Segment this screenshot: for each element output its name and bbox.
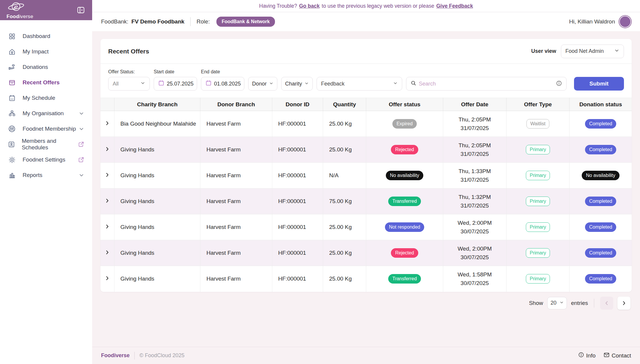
sidebar-item-foodnet-membership[interactable]: Foodnet Membership [0,121,92,137]
row-expand-chevron[interactable] [104,224,110,230]
sidebar-item-my-impact[interactable]: My Impact [0,44,92,59]
offer-status-badge: Rejected [391,248,418,258]
cell-quantity: N/A [323,163,366,189]
cell-offer-status: No availability [366,163,443,189]
sidebar-item-label: Donations [23,64,48,70]
cell-charity-branch: Bia Good Neighbour Malahide [114,111,200,137]
cell-donation-status: Completed [570,137,632,163]
cell-donor-id: HF:000001 [272,266,323,292]
cell-donor-branch: Harvest Farm [200,266,272,292]
cell-donor-id: HF:000001 [272,111,323,137]
charity-select-label: Charity [285,81,302,87]
charity-select[interactable]: Charity [281,77,313,91]
sidebar-item-label: Foodnet Settings [23,156,65,163]
page-size-select[interactable]: 20 [547,297,567,309]
row-expand-chevron[interactable] [104,172,110,178]
divider [190,17,191,26]
donation-status-badge: Completed [585,197,616,206]
contact-link[interactable]: Contact [603,352,631,360]
sidebar-item-members-and-schedules[interactable]: Members and Schedules [0,137,92,152]
foodbank-label: FoodBank: [101,18,128,25]
end-date-label: End date [201,69,244,75]
sidebar-item-my-schedule[interactable]: My Schedule [0,90,92,106]
table-row[interactable]: Giving Hands Harvest Farm HF:000001 25.0… [100,240,632,266]
sidebar-item-foodnet-settings[interactable]: Foodnet Settings [0,152,92,167]
cell-offer-date: Thu, 2:05PM31/07/2025 [443,111,507,137]
sidebar-item-label: My Impact [23,48,49,55]
table-row[interactable]: Giving Hands Harvest Farm HF:000001 25.0… [100,137,632,163]
members-card-icon [8,140,15,148]
logo-text: Foodiverse [7,14,33,20]
chevron-down-icon [140,80,145,87]
info-icon[interactable] [556,80,562,88]
donor-select[interactable]: Donor [248,77,277,91]
table-row[interactable]: Giving Hands Harvest Farm HF:000001 25.0… [100,266,632,292]
dashboard-icon [8,32,16,40]
sidebar-item-donations[interactable]: Donations [0,59,92,75]
cell-offer-date: Wed, 2:00PM30/07/2025 [443,240,507,266]
start-date-label: Start date [154,69,197,75]
user-avatar[interactable] [619,16,631,28]
cell-offer-date: Wed, 1:58PM30/07/2025 [443,266,507,292]
search-input[interactable] [419,81,553,87]
go-back-link[interactable]: Go back [299,3,320,9]
cell-offer-date: Thu, 1:32PM31/07/2025 [443,189,507,214]
cell-offer-status: Rejected [366,137,443,163]
column-header-charity-branch: Charity Branch [114,98,200,111]
cell-quantity: 75.00 Kg [323,189,366,214]
cell-offer-date: Wed, 2:00PM30/07/2025 [443,214,507,240]
cell-charity-branch: Giving Hands [114,189,200,214]
user-view-label: User view [531,48,556,54]
cell-offer-status: Expired [366,111,443,137]
cell-donor-branch: Harvest Farm [200,137,272,163]
footer-brand: Foodiverse [101,352,130,359]
row-expand-chevron[interactable] [104,249,110,255]
planet-logo-icon [7,1,33,14]
feedback-select[interactable]: Feedback [317,77,402,91]
table-row[interactable]: Giving Hands Harvest Farm HF:000001 75.0… [100,189,632,214]
offer-status-badge: No availability [386,171,424,180]
sidebar-item-reports[interactable]: Reports [0,167,92,183]
sidebar-item-dashboard[interactable]: Dashboard [0,29,92,44]
sidebar-item-recent-offers[interactable]: Recent Offers [0,75,92,90]
sidebar-item-label: Foodnet Membership [23,126,76,132]
user-view-select[interactable]: Food Net Admin [561,45,624,58]
row-expand-chevron[interactable] [104,120,110,126]
offer-status-value: All [113,81,119,87]
cell-donor-branch: Harvest Farm [200,189,272,214]
end-date-input[interactable]: 01.08.2025 [201,77,244,91]
sidebar-header: Foodiverse [0,0,92,20]
column-header-donor-branch: Donor Branch [200,98,272,111]
give-feedback-link[interactable]: Give Feedback [436,3,473,9]
gear-icon [8,156,16,164]
start-date-input[interactable]: 25.07.2025 [154,77,197,91]
info-link[interactable]: Info [578,352,596,359]
column-header-donation-status: Donation status [570,98,632,111]
sidebar-nav: Dashboard My Impact Donations Recent Off… [0,20,92,183]
cell-donor-id: HF:000001 [272,189,323,214]
next-page-button[interactable] [617,297,630,310]
external-link-icon [78,156,84,163]
table-row[interactable]: Bia Good Neighbour Malahide Harvest Farm… [100,111,632,137]
donation-status-badge: Completed [585,145,616,154]
page-content: Recent Offers User view Food Net Admin O… [92,31,640,347]
sidebar-item-label: My Schedule [23,95,55,101]
row-expand-chevron[interactable] [104,198,110,204]
feedback-select-label: Feedback [321,81,345,87]
row-expand-chevron[interactable] [104,146,110,152]
page-size-value: 20 [551,300,556,306]
row-expand-chevron[interactable] [104,275,110,281]
table-row[interactable]: Giving Hands Harvest Farm HF:000001 N/A … [100,163,632,189]
sidebar-collapse-button[interactable] [76,5,86,15]
table-row[interactable]: Giving Hands Harvest Farm HF:000001 25.0… [100,214,632,240]
sidebar-item-my-organisation[interactable]: My Organisation [0,106,92,121]
offer-status-select[interactable]: All [108,77,150,91]
pagination-bar: Show 20 entries [100,292,632,310]
footer: Foodiverse © FoodCloud 2025 Info Contact [92,347,640,364]
cell-charity-branch: Giving Hands [114,214,200,240]
previous-page-button[interactable] [600,297,613,310]
user-greeting: Hi, Killian Waldron [569,18,615,25]
offers-table: Charity Branch Donor Branch Donor ID Qua… [100,98,632,292]
submit-button[interactable]: Submit [574,77,624,91]
offer-status-badge: Not responded [385,222,424,232]
